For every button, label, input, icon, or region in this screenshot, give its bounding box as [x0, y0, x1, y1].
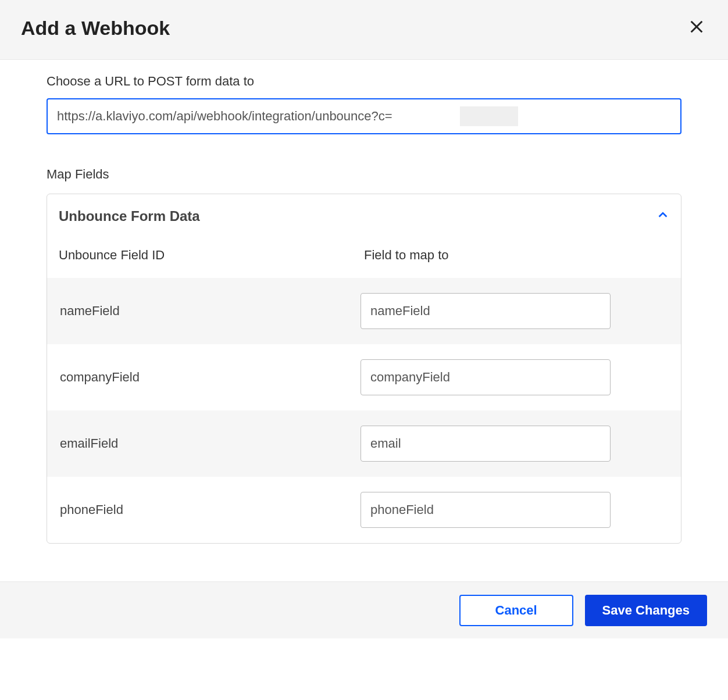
close-button[interactable] — [686, 16, 707, 40]
column-headers: Unbounce Field ID Field to map to — [47, 248, 681, 278]
field-id-label: companyField — [59, 370, 361, 385]
panel-header[interactable]: Unbounce Form Data — [47, 208, 681, 248]
field-map-input[interactable] — [361, 492, 611, 528]
field-row: emailField — [47, 410, 681, 477]
close-icon — [688, 19, 705, 35]
url-section-label: Choose a URL to POST form data to — [47, 74, 681, 89]
field-map-input[interactable] — [361, 426, 611, 462]
column-header-field-id: Unbounce Field ID — [59, 248, 364, 263]
column-header-map-to: Field to map to — [364, 248, 669, 263]
field-row: phoneField — [47, 477, 681, 543]
form-data-panel: Unbounce Form Data Unbounce Field ID Fie… — [47, 194, 681, 544]
redacted-block — [460, 106, 518, 126]
webhook-url-input[interactable] — [47, 98, 681, 134]
field-id-label: emailField — [59, 436, 361, 451]
field-id-label: nameField — [59, 303, 361, 319]
modal-footer: Cancel Save Changes — [0, 581, 728, 638]
chevron-up-icon — [656, 209, 669, 224]
field-map-input[interactable] — [361, 359, 611, 395]
panel-title: Unbounce Form Data — [59, 208, 200, 224]
field-map-input[interactable] — [361, 293, 611, 329]
field-row: companyField — [47, 344, 681, 410]
save-changes-button[interactable]: Save Changes — [585, 595, 707, 626]
field-id-label: phoneField — [59, 502, 361, 517]
url-input-wrap — [47, 98, 681, 134]
cancel-button[interactable]: Cancel — [459, 595, 573, 626]
modal-title: Add a Webhook — [21, 17, 170, 40]
modal-body: Choose a URL to POST form data to Map Fi… — [0, 60, 728, 572]
map-fields-label: Map Fields — [47, 167, 681, 182]
field-row: nameField — [47, 278, 681, 344]
modal-header: Add a Webhook — [0, 0, 728, 60]
